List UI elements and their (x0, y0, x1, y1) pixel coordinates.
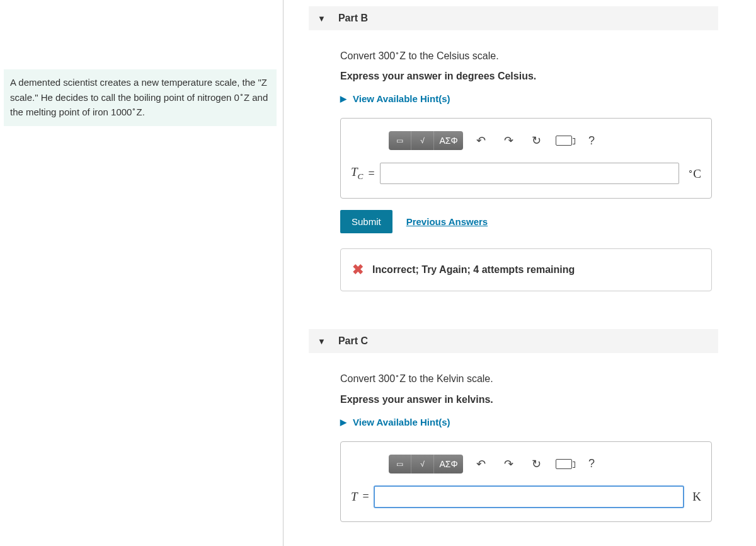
reset-icon[interactable]: ↻ (526, 132, 546, 149)
help-icon[interactable]: ? (581, 132, 602, 149)
part-b-answer-input[interactable] (380, 163, 680, 184)
part-c-header[interactable]: ▼ Part C (309, 329, 718, 353)
part-c-answer-input[interactable] (374, 486, 684, 508)
part-b-header[interactable]: ▼ Part B (309, 6, 718, 30)
bp-letter: Z (244, 92, 249, 103)
problem-statement: A demented scientist creates a new tempe… (4, 69, 277, 126)
mp-letter: Z (136, 107, 142, 117)
feedback-text: Incorrect; Try Again; 4 attempts remaini… (372, 264, 575, 276)
part-c-toolbar: ▭ √ ΑΣΦ ↶ ↷ ↻ ? (389, 455, 701, 473)
incorrect-icon: ✖ (352, 262, 364, 278)
part-b-answer-box: ▭ √ ΑΣΦ ↶ ↷ ↻ ? TC = ∘C (340, 118, 712, 199)
part-b-variable: TC (351, 165, 363, 182)
caret-right-icon: ▶ (340, 417, 346, 427)
equals-sign: = (368, 167, 374, 180)
problem-suffix: . (142, 107, 145, 117)
equals-sign: = (363, 490, 369, 503)
part-c-variable: T (351, 490, 358, 504)
problem-text: A demented scientist creates a new tempe… (10, 77, 267, 103)
undo-icon[interactable]: ↶ (471, 455, 491, 473)
part-c-hints-toggle[interactable]: ▶ View Available Hint(s) (340, 417, 712, 427)
part-b-previous-answers-link[interactable]: Previous Answers (406, 216, 488, 227)
part-b-unit: ∘C (688, 166, 701, 181)
redo-icon[interactable]: ↷ (498, 132, 518, 149)
part-b-submit-button[interactable]: Submit (340, 210, 392, 233)
part-b-instruction: Express your answer in degrees Celsius. (340, 71, 712, 82)
bp-deg: ∘ (239, 91, 244, 98)
help-icon[interactable]: ? (581, 455, 602, 473)
reset-icon[interactable]: ↻ (526, 455, 546, 473)
part-c-question: Convert 300∘Z to the Kelvin scale. (340, 372, 712, 385)
part-b-toolbar: ▭ √ ΑΣΦ ↶ ↷ ↻ ? (389, 131, 701, 150)
bp-value: 0 (234, 92, 239, 103)
keyboard-icon[interactable] (554, 455, 574, 473)
part-b-title: Part B (338, 13, 368, 24)
template-icon[interactable]: ▭ (389, 131, 411, 150)
caret-down-icon: ▼ (318, 337, 326, 346)
part-c-title: Part C (338, 335, 368, 347)
root-icon[interactable]: √ (411, 131, 434, 150)
hints-label: View Available Hint(s) (353, 417, 450, 427)
keyboard-icon[interactable] (554, 132, 574, 149)
root-icon[interactable]: √ (411, 455, 434, 473)
hints-label: View Available Hint(s) (353, 93, 450, 104)
caret-right-icon: ▶ (340, 94, 346, 103)
part-b-feedback: ✖ Incorrect; Try Again; 4 attempts remai… (340, 248, 712, 291)
part-c-answer-box: ▭ √ ΑΣΦ ↶ ↷ ↻ ? T = K (340, 441, 712, 522)
template-icon[interactable]: ▭ (389, 455, 411, 473)
part-b-hints-toggle[interactable]: ▶ View Available Hint(s) (340, 93, 712, 104)
part-b-question: Convert 300∘Z to the Celsius scale. (340, 49, 712, 62)
greek-icon[interactable]: ΑΣΦ (434, 131, 463, 150)
mp-value: 1000 (111, 107, 132, 117)
undo-icon[interactable]: ↶ (471, 132, 491, 149)
caret-down-icon: ▼ (318, 14, 326, 23)
part-c-instruction: Express your answer in kelvins. (340, 394, 712, 405)
part-c-unit: K (692, 490, 701, 504)
redo-icon[interactable]: ↷ (498, 455, 518, 473)
greek-icon[interactable]: ΑΣΦ (434, 455, 463, 473)
